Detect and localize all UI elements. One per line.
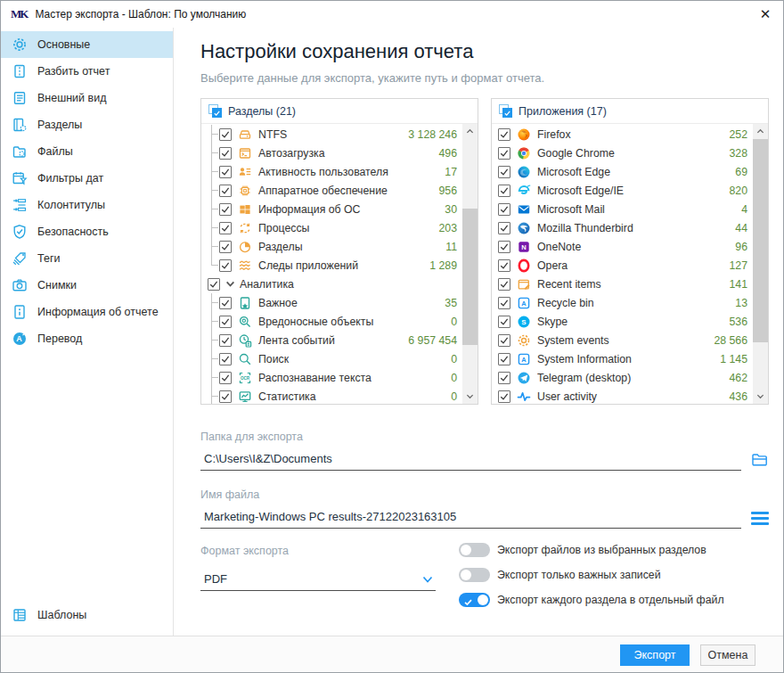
item-checkbox[interactable]	[219, 334, 232, 347]
item-checkbox[interactable]	[219, 390, 232, 403]
list-item[interactable]: A Recycle bin 13	[492, 293, 753, 312]
list-item[interactable]: Разделы 11	[201, 237, 462, 256]
list-item[interactable]: Аппаратное обеспечение 956	[201, 181, 462, 200]
sidebar-item-tags[interactable]: Теги	[1, 245, 173, 272]
sections-panel-header[interactable]: Разделы (21)	[201, 99, 478, 124]
partitions-pie-icon	[238, 240, 252, 254]
list-item[interactable]: Аналитика	[201, 275, 462, 293]
item-checkbox[interactable]	[219, 316, 232, 328]
sidebar-item-templates[interactable]: Шаблоны	[1, 602, 173, 628]
item-checkbox[interactable]	[498, 147, 510, 160]
list-item[interactable]: System events 28 566	[492, 331, 753, 349]
item-checkbox[interactable]	[498, 390, 510, 403]
file-name-input[interactable]: Marketing-Windows PC results-27122023163…	[200, 506, 741, 529]
scroll-up-icon[interactable]	[753, 124, 768, 139]
list-item[interactable]: Opera 127	[492, 256, 753, 275]
item-checkbox[interactable]	[219, 297, 232, 309]
item-checkbox[interactable]	[498, 166, 510, 178]
list-item[interactable]: Поиск 0	[201, 349, 462, 368]
list-item[interactable]: Следы приложений 1 289	[201, 256, 462, 275]
window-title: Мастер экспорта - Шаблон: По умолчанию	[35, 8, 246, 21]
item-checkbox[interactable]	[498, 278, 510, 291]
sidebar-item-report-info[interactable]: Информация об отчете	[1, 299, 173, 325]
item-checkbox[interactable]	[498, 316, 510, 328]
list-item[interactable]: Firefox 252	[492, 125, 753, 144]
list-item[interactable]: Автозагрузка 496	[201, 144, 462, 162]
list-item[interactable]: N OneNote 96	[492, 237, 753, 256]
close-icon[interactable]: ✕	[747, 1, 783, 28]
name-options-icon[interactable]	[751, 509, 769, 527]
sidebar-item-appearance[interactable]: Внешний вид	[1, 85, 173, 111]
item-checkbox[interactable]	[219, 353, 232, 365]
item-checkbox[interactable]	[498, 334, 510, 347]
item-checkbox[interactable]	[219, 259, 232, 272]
item-checkbox[interactable]	[498, 259, 510, 272]
export-format-dropdown[interactable]: PDF	[200, 572, 436, 591]
item-checkbox[interactable]	[219, 372, 232, 384]
sidebar-item-split-report[interactable]: Разбить отчет	[1, 58, 173, 85]
list-item[interactable]: OCR Распознавание текста 0	[201, 368, 462, 387]
list-item[interactable]: Microsoft Edge/IE 820	[492, 181, 753, 200]
list-item[interactable]: Telegram (desktop) 462	[492, 368, 753, 387]
list-item[interactable]: Microsoft Mail 4	[492, 200, 753, 218]
scroll-up-icon[interactable]	[462, 124, 478, 139]
item-checkbox[interactable]	[219, 222, 232, 234]
list-item[interactable]: Процессы 203	[201, 218, 462, 237]
expand-chevron-icon[interactable]	[225, 279, 236, 290]
sections-scrollbar[interactable]	[462, 124, 478, 404]
item-checkbox[interactable]	[498, 203, 510, 216]
item-checkbox[interactable]	[498, 372, 510, 384]
item-checkbox[interactable]	[219, 166, 232, 178]
sidebar-item-files[interactable]: Файлы	[1, 138, 173, 165]
list-item[interactable]: S Skype 536	[492, 312, 753, 331]
scroll-down-icon[interactable]	[462, 389, 478, 404]
item-checkbox[interactable]	[208, 278, 220, 291]
apps-panel: Приложения (17) Firefox 252 Google Chrom…	[491, 98, 769, 405]
list-item[interactable]: Лента событий 6 957 454	[201, 331, 462, 349]
export-folder-input[interactable]: C:\Users\I&Z\Documents	[200, 448, 741, 471]
list-item[interactable]: Статистика 0	[201, 387, 462, 404]
scrollbar-thumb[interactable]	[462, 209, 478, 345]
item-checkbox[interactable]	[498, 353, 510, 365]
cancel-button[interactable]: Отмена	[700, 644, 755, 666]
sidebar-item-shield[interactable]: Безопасность	[1, 218, 173, 245]
list-item[interactable]: NTFS 3 128 246	[201, 125, 462, 144]
item-checkbox[interactable]	[498, 128, 510, 141]
sidebar-item-date-filter[interactable]: Фильтры дат	[1, 165, 173, 192]
apps-scrollbar[interactable]	[753, 124, 768, 404]
item-checkbox[interactable]	[219, 128, 232, 141]
browse-folder-icon[interactable]	[751, 451, 769, 469]
list-item[interactable]: User activity 436	[492, 387, 753, 404]
item-checkbox[interactable]	[219, 241, 232, 253]
item-checkbox[interactable]	[219, 147, 232, 160]
sidebar-item-camera[interactable]: Снимки	[1, 272, 173, 299]
item-checkbox[interactable]	[498, 185, 510, 197]
list-item[interactable]: Активность пользователя 17	[201, 162, 462, 181]
scrollbar-thumb[interactable]	[753, 139, 768, 342]
toggle-switch[interactable]	[459, 543, 490, 557]
item-checkbox[interactable]	[219, 185, 232, 197]
sidebar-item-translate[interactable]: A Перевод	[1, 325, 173, 352]
select-all-checkbox[interactable]	[208, 104, 222, 118]
sidebar-item-headers-footers[interactable]: Колонтитулы	[1, 192, 173, 218]
list-item[interactable]: Microsoft Edge 69	[492, 162, 753, 181]
list-item[interactable]: Mozilla Thunderbird 44	[492, 218, 753, 237]
scroll-down-icon[interactable]	[753, 389, 768, 404]
export-button[interactable]: Экспорт	[620, 644, 690, 666]
toggle-switch[interactable]	[459, 568, 490, 582]
item-checkbox[interactable]	[498, 222, 510, 234]
toggle-switch[interactable]	[459, 593, 490, 607]
select-all-checkbox[interactable]	[499, 104, 512, 118]
list-item[interactable]: Информация об ОС 30	[201, 200, 462, 218]
list-item[interactable]: Важное 35	[201, 293, 462, 312]
apps-panel-header[interactable]: Приложения (17)	[492, 99, 768, 124]
list-item[interactable]: Google Chrome 328	[492, 144, 753, 162]
sidebar-item-gear[interactable]: Основные	[1, 31, 173, 58]
sidebar-item-sections[interactable]: Разделы	[1, 111, 173, 138]
list-item[interactable]: A System Information 1 145	[492, 349, 753, 368]
item-checkbox[interactable]	[498, 241, 510, 253]
list-item[interactable]: Recent items 141	[492, 275, 753, 293]
item-checkbox[interactable]	[498, 297, 510, 309]
item-checkbox[interactable]	[219, 203, 232, 216]
list-item[interactable]: Вредоносные объекты 0	[201, 312, 462, 331]
